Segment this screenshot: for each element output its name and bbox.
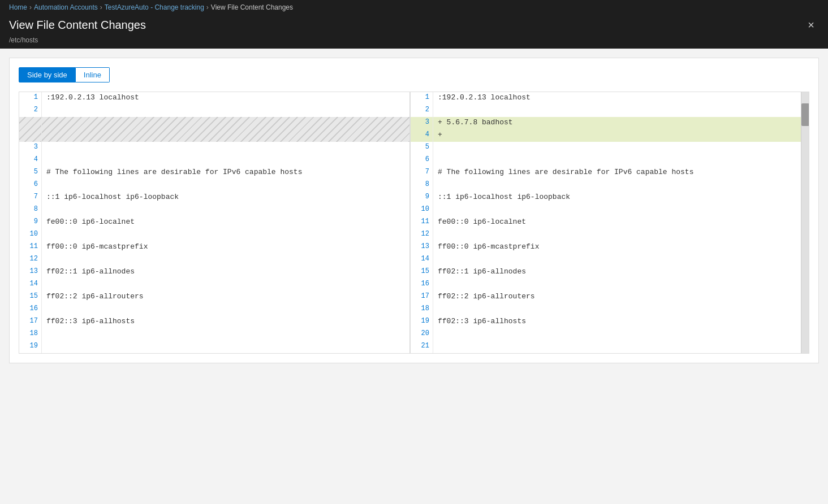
table-row: 2 (411, 105, 801, 117)
line-content: ff02::2 ip6-allrouters (42, 291, 409, 303)
table-row: 15ff02::1 ip6-allnodes (411, 266, 801, 279)
table-row: 16 (411, 279, 801, 291)
page-title: View File Content Changes (9, 19, 146, 32)
line-number: 8 (19, 204, 42, 216)
table-row: 16 (19, 303, 409, 316)
line-content (433, 204, 801, 216)
line-number: 9 (411, 192, 433, 204)
line-number: 14 (411, 254, 433, 266)
line-number: 10 (411, 204, 433, 216)
line-content (433, 279, 801, 291)
line-content: # The following lines are desirable for … (42, 167, 409, 179)
line-content (433, 142, 801, 154)
table-row: 18 (19, 328, 409, 341)
line-number: 20 (411, 328, 433, 341)
line-number: 13 (19, 266, 42, 279)
line-content (42, 105, 409, 117)
table-row: 3+ 5.6.7.8 badhost (411, 117, 801, 129)
table-row: 21 (411, 341, 801, 353)
line-content (42, 254, 409, 266)
line-number: 9 (19, 216, 42, 229)
table-row: 14 (411, 254, 801, 266)
table-row: 5# The following lines are desirable for… (19, 167, 409, 179)
line-number: 16 (19, 303, 42, 316)
line-content (42, 328, 409, 341)
table-row: 11ff00::0 ip6-mcastprefix (19, 241, 409, 254)
line-content (42, 179, 409, 192)
breadcrumb-current: View File Content Changes (211, 3, 293, 11)
line-number: 19 (411, 316, 433, 328)
line-number: 17 (19, 316, 42, 328)
side-by-side-button[interactable]: Side by side (19, 67, 76, 82)
table-row: 12 (411, 229, 801, 241)
line-number: 2 (411, 105, 433, 117)
line-number: 1 (411, 92, 433, 105)
line-content (433, 154, 801, 167)
table-row (19, 117, 409, 142)
line-content (433, 254, 801, 266)
line-content: :192.0.2.13 localhost (433, 92, 801, 105)
content-area: Side by side Inline 1:192.0.2.13 localho… (9, 58, 819, 363)
breadcrumb-home[interactable]: Home (9, 3, 27, 11)
scrollbar[interactable] (801, 92, 809, 353)
line-number: 11 (411, 216, 433, 229)
line-number: 18 (411, 303, 433, 316)
line-content: ff00::0 ip6-mcastprefix (433, 241, 801, 254)
line-number: 8 (411, 179, 433, 192)
table-row: 5 (411, 142, 801, 154)
line-content: ::1 ip6-localhost ip6-loopback (433, 192, 801, 204)
line-number: 2 (19, 105, 42, 117)
line-content: ff02::3 ip6-allhosts (42, 316, 409, 328)
line-content (42, 303, 409, 316)
line-number: 7 (19, 192, 42, 204)
table-row: 19 (19, 341, 409, 353)
line-number: 1 (19, 92, 42, 105)
toggle-bar: Side by side Inline (19, 67, 809, 82)
line-number: 15 (411, 266, 433, 279)
line-content (42, 341, 409, 353)
line-number: 12 (411, 229, 433, 241)
line-content: ff02::3 ip6-allhosts (433, 316, 801, 328)
line-content: fe00::0 ip6-localnet (433, 216, 801, 229)
line-content (42, 204, 409, 216)
table-row: 6 (411, 154, 801, 167)
line-number: 6 (411, 154, 433, 167)
table-row: 18 (411, 303, 801, 316)
table-row: 9::1 ip6-localhost ip6-loopback (411, 192, 801, 204)
close-button[interactable]: × (803, 17, 819, 33)
line-number: 4 (411, 129, 433, 142)
subtitle: /etc/hosts (0, 36, 828, 49)
line-content (42, 117, 409, 142)
scrollbar-thumb[interactable] (801, 103, 809, 126)
line-number: 12 (19, 254, 42, 266)
inline-button[interactable]: Inline (76, 67, 110, 82)
line-content (42, 154, 409, 167)
line-content: + 5.6.7.8 badhost (433, 117, 801, 129)
table-row: 10 (411, 204, 801, 216)
table-row: 7::1 ip6-localhost ip6-loopback (19, 192, 409, 204)
title-row: View File Content Changes × (0, 14, 828, 36)
table-row: 15ff02::2 ip6-allrouters (19, 291, 409, 303)
left-pane: 1:192.0.2.13 localhost2345# The followin… (19, 92, 409, 353)
line-content: # The following lines are desirable for … (433, 167, 801, 179)
line-number: 7 (411, 167, 433, 179)
breadcrumb-sep-3: › (206, 3, 209, 11)
table-row: 3 (19, 142, 409, 154)
breadcrumb-automation[interactable]: Automation Accounts (34, 3, 98, 11)
breadcrumb: Home › Automation Accounts › TestAzureAu… (0, 0, 828, 14)
line-number: 13 (411, 241, 433, 254)
line-number: 19 (19, 341, 42, 353)
line-number: 17 (411, 291, 433, 303)
table-row: 10 (19, 229, 409, 241)
line-content: ff02::2 ip6-allrouters (433, 291, 801, 303)
line-content (433, 328, 801, 341)
line-content (433, 229, 801, 241)
table-row: 13ff00::0 ip6-mcastprefix (411, 241, 801, 254)
table-row: 4+ (411, 129, 801, 142)
line-number: 15 (19, 291, 42, 303)
table-row: 1:192.0.2.13 localhost (19, 92, 409, 105)
right-pane: 1:192.0.2.13 localhost23+ 5.6.7.8 badhos… (409, 92, 801, 353)
line-content: :192.0.2.13 localhost (42, 92, 409, 105)
table-row: 7# The following lines are desirable for… (411, 167, 801, 179)
breadcrumb-resource[interactable]: TestAzureAuto - Change tracking (105, 3, 204, 11)
